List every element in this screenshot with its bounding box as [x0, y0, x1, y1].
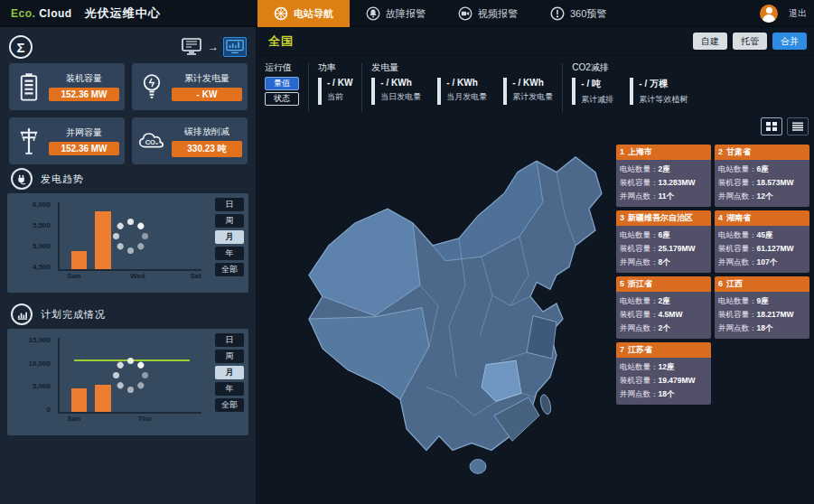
monitor-icon[interactable] — [180, 37, 203, 57]
metric-label: 累计等效植树 — [639, 94, 688, 106]
metric-value: - / KW — [327, 78, 352, 88]
china-map[interactable] — [303, 143, 628, 479]
range-all-button[interactable]: 全部 — [215, 398, 244, 412]
province-rank: 7 — [620, 345, 624, 354]
topbar: Eco. Cloud 光伏运维中心 电站导航 故障报警 视频报警 — [0, 0, 814, 27]
province-name: 新疆维吾尔自治区 — [628, 213, 693, 222]
range-month-button[interactable]: 月 — [215, 230, 244, 244]
tab-station-nav[interactable]: 电站导航 — [257, 0, 350, 27]
plan-header: 计划完成情况 — [11, 303, 106, 325]
user-avatar-icon[interactable] — [760, 5, 778, 23]
stat-grid-capacity: 并网容量 152.36 MW — [9, 117, 125, 164]
self-built-button[interactable]: 自建 — [693, 33, 727, 50]
main-tabs: 电站导航 故障报警 视频报警 360预警 — [257, 0, 622, 27]
stat-total-generation: 累计发电量 - KW — [132, 63, 248, 110]
view-switch: → — [180, 37, 247, 57]
monitor-chart-icon[interactable] — [223, 37, 247, 57]
metric-label: 累计减排 — [581, 94, 613, 106]
grid-value: 11个 — [659, 191, 675, 201]
value-mode-button[interactable]: 量值 — [265, 77, 299, 90]
value-bar — [630, 78, 633, 105]
pv-dashboard: Eco. Cloud 光伏运维中心 电站导航 故障报警 视频报警 — [0, 0, 814, 504]
bar-chart-icon — [11, 303, 33, 325]
arrow-icon: → — [208, 41, 219, 53]
bulb-icon — [137, 72, 166, 101]
list-view-button[interactable] — [787, 117, 809, 135]
stat-installed-capacity: 装机容量 152.36 MW — [9, 63, 125, 110]
metric-value: - / KWh — [512, 78, 553, 88]
gen-trend-header: 发电趋势 — [11, 168, 84, 190]
co2-tree-equivalent: - / 万棵 累计等效植树 — [630, 78, 688, 106]
province-name: 江苏省 — [628, 345, 652, 354]
capacity-value: 18.573MW — [757, 178, 794, 187]
province-name: 湖南省 — [726, 213, 751, 222]
hosted-button[interactable]: 托管 — [733, 33, 767, 50]
alarm-bell-icon — [366, 6, 380, 21]
capacity-label: 装机容量 — [620, 376, 650, 385]
province-card-xinjiang[interactable]: 3新疆维吾尔自治区 电站数量：6座 装机容量：25.179MW 并网点数：8个 — [616, 210, 711, 273]
stations-value: 2座 — [659, 296, 670, 305]
province-rank: 4 — [718, 213, 723, 222]
logo: Eco. Cloud — [11, 7, 72, 20]
grid-value: 12个 — [757, 191, 773, 201]
province-card-hunan[interactable]: 4湖南省 电站数量：45座 装机容量：61.127MW 并网点数：107个 — [715, 210, 809, 273]
capacity-label: 装机容量 — [718, 244, 749, 253]
view-toggles — [761, 117, 809, 135]
grid-view-button[interactable] — [761, 117, 782, 135]
range-month-button[interactable]: 月 — [215, 366, 244, 379]
range-day-button[interactable]: 日 — [215, 198, 244, 211]
ytick: 10,000 — [29, 359, 51, 368]
metric-value: - / 吨 — [581, 78, 613, 90]
ytick: 5,000 — [33, 382, 51, 390]
range-all-button[interactable]: 全部 — [215, 263, 244, 276]
run-value-label: 运行值 — [265, 61, 299, 74]
gen-trend-chart: 6,000 5,500 5,000 4,500 SunWedSat 日 周 月 … — [7, 193, 248, 293]
stations-label: 电站数量 — [718, 164, 749, 173]
generation-group: 发电量 - / KWh 当日发电量 - / KWh 当月发电量 — [371, 61, 553, 114]
tab-video-alarm[interactable]: 视频报警 — [442, 0, 534, 27]
group-title: 发电量 — [371, 61, 553, 74]
metric-label: 当日发电量 — [380, 91, 421, 103]
range-buttons: 日 周 月 年 全部 — [215, 198, 244, 276]
province-card-zhejiang[interactable]: 5浙江省 电站数量：2座 装机容量：4.5MW 并网点数：2个 — [616, 276, 711, 339]
tab-label: 视频报警 — [478, 7, 518, 21]
sidebar-toolbar: Σ → — [9, 34, 247, 60]
metric-label: 累计发电量 — [512, 91, 553, 103]
province-card-gansu[interactable]: 2甘肃省 电站数量：6座 装机容量：18.573MW 并网点数：12个 — [715, 145, 809, 207]
status-mode-button[interactable]: 状态 — [265, 92, 299, 106]
range-week-button[interactable]: 周 — [215, 350, 244, 363]
battery-icon — [14, 72, 43, 101]
range-year-button[interactable]: 年 — [215, 247, 244, 260]
stat-value: 152.36 MW — [49, 88, 119, 101]
tab-fault-alarm[interactable]: 故障报警 — [350, 0, 442, 27]
tab-360-warning[interactable]: 360预警 — [534, 0, 622, 27]
capacity-label: 装机容量 — [718, 178, 749, 187]
xtick: Thu — [138, 415, 152, 423]
grid-label: 并网点数 — [620, 257, 650, 266]
province-card-jiangsu[interactable]: 7江苏省 电站数量：12座 装机容量：19.479MW 并网点数：18个 — [616, 342, 711, 405]
gen-trend-title: 发电趋势 — [41, 173, 84, 186]
range-week-button[interactable]: 周 — [215, 214, 244, 228]
power-tower-icon — [14, 126, 43, 155]
range-day-button[interactable]: 日 — [215, 333, 244, 347]
stat-label: 碳排放削减 — [184, 126, 229, 138]
total-generation: - / KWh 累计发电量 — [503, 78, 553, 105]
divider — [308, 63, 309, 112]
plan-title: 计划完成情况 — [41, 308, 106, 322]
xtick: Sun — [67, 415, 80, 423]
power-current: - / KW 当前 — [318, 78, 352, 105]
grid-label: 并网点数 — [620, 389, 650, 398]
xtick: Wed — [130, 272, 145, 280]
chart-bar — [71, 388, 87, 412]
monthly-generation: - / KWh 当月发电量 — [437, 78, 487, 105]
province-card-jiangxi[interactable]: 6江西 电站数量：9座 装机容量：18.217MW 并网点数：18个 — [715, 276, 809, 339]
logout-button[interactable]: 退出 — [789, 7, 807, 20]
stations-value: 45座 — [757, 230, 773, 239]
range-year-button[interactable]: 年 — [215, 382, 244, 396]
co2-cloud-icon: CO₂ — [137, 129, 166, 153]
merged-button[interactable]: 合并 — [772, 33, 807, 50]
province-card-shanghai[interactable]: 1上海市 电站数量：2座 装机容量：13.283MW 并网点数：11个 — [616, 145, 711, 207]
co2-text: CO₂ — [145, 138, 159, 146]
province-rank: 1 — [620, 147, 624, 156]
grid-label: 并网点数 — [620, 191, 650, 201]
